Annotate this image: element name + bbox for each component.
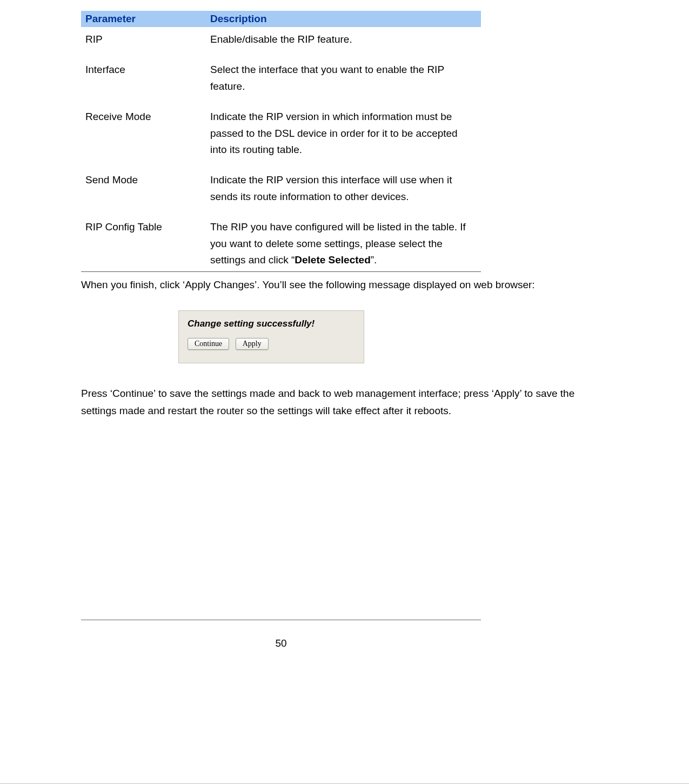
table-header-description: Description [206, 11, 481, 27]
continue-button[interactable]: Continue [188, 338, 229, 350]
table-row: Send Mode Indicate the RIP version this … [81, 168, 481, 215]
cell-description: The RIP you have configured will be list… [206, 215, 481, 272]
cell-parameter: RIP [81, 27, 206, 57]
table-row: RIP Enable/disable the RIP feature. [81, 27, 481, 57]
cell-parameter: Send Mode [81, 168, 206, 215]
apply-button[interactable]: Apply [236, 338, 269, 350]
paragraph-apply-changes: When you finish, click ‘Apply Changes’. … [81, 276, 608, 294]
cell-parameter: Receive Mode [81, 104, 206, 168]
cell-description: Select the interface that you want to en… [206, 57, 481, 104]
cell-parameter: RIP Config Table [81, 215, 206, 272]
table-row: Receive Mode Indicate the RIP version in… [81, 104, 481, 168]
dialog-box: Change setting successfully! Continue Ap… [178, 310, 364, 363]
parameter-table: Parameter Description RIP Enable/disable… [81, 11, 481, 272]
footer-divider [81, 620, 481, 620]
cell-description: Indicate the RIP version in which inform… [206, 104, 481, 168]
dialog-title: Change setting successfully! [188, 318, 355, 329]
table-row: RIP Config Table The RIP you have config… [81, 215, 481, 272]
cell-text: ”. [371, 254, 377, 265]
cell-parameter: Interface [81, 57, 206, 104]
cell-text-bold: Delete Selected [295, 254, 370, 265]
table-row: Interface Select the interface that you … [81, 57, 481, 104]
cell-description: Indicate the RIP version this interface … [206, 168, 481, 215]
paragraph-instructions: Press ‘Continue’ to save the settings ma… [81, 385, 608, 420]
page-number: 50 [81, 637, 481, 649]
cell-description: Enable/disable the RIP feature. [206, 27, 481, 57]
table-header-parameter: Parameter [81, 11, 206, 27]
